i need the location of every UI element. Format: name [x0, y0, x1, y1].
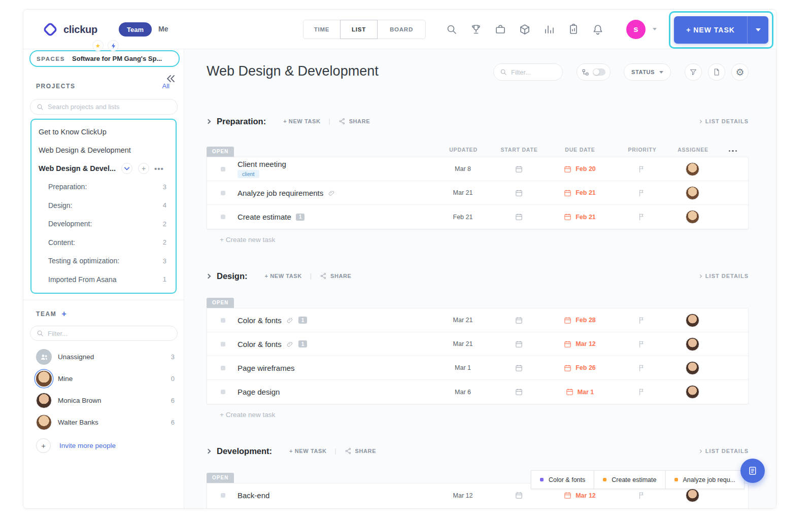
- team-member-row[interactable]: Unassigned 3: [23, 346, 184, 368]
- status-group-open[interactable]: OPEN: [207, 147, 234, 157]
- subtasks-toggle[interactable]: [577, 63, 611, 81]
- chevron-right-icon[interactable]: [206, 119, 211, 124]
- status-checkbox[interactable]: [221, 366, 225, 370]
- priority-flag-icon[interactable]: [637, 189, 646, 197]
- assignee-avatar[interactable]: [686, 337, 699, 351]
- expand-project-button[interactable]: [121, 163, 132, 174]
- minimized-task[interactable]: Create estimate: [594, 470, 665, 489]
- assignee-avatar[interactable]: [686, 361, 699, 375]
- status-checkbox[interactable]: [221, 390, 225, 394]
- search-icon[interactable]: [446, 23, 458, 36]
- team-member-row[interactable]: Mine 0: [23, 368, 184, 390]
- chevron-right-icon[interactable]: [206, 448, 211, 454]
- due-date-icon[interactable]: [563, 491, 572, 500]
- briefcase-icon[interactable]: [494, 23, 506, 36]
- project-search[interactable]: [30, 99, 178, 115]
- due-date-icon[interactable]: [563, 316, 572, 325]
- trophy-icon[interactable]: [470, 23, 482, 36]
- project-more-icon[interactable]: •••: [154, 164, 164, 173]
- projects-all-link[interactable]: All: [162, 82, 170, 90]
- section-title[interactable]: Development:: [217, 446, 272, 456]
- team-toggle-button[interactable]: Team: [119, 22, 152, 37]
- sidebar-project-web-design-selected[interactable]: Web Design & Devel... + •••: [31, 159, 176, 178]
- list-details-button[interactable]: LIST DETAILS: [699, 448, 749, 454]
- task-filter-input[interactable]: [511, 68, 556, 76]
- notepad-fab-button[interactable]: [740, 459, 765, 483]
- start-date-icon[interactable]: [515, 388, 523, 396]
- due-date[interactable]: Feb 21: [576, 189, 596, 196]
- me-toggle-button[interactable]: Me: [158, 25, 168, 33]
- task-row[interactable]: Page wireframes Mar 1 Feb 26: [207, 356, 748, 380]
- sidebar-list-item[interactable]: Content: 2: [31, 233, 176, 252]
- bell-icon[interactable]: [592, 23, 604, 36]
- assignee-avatar[interactable]: [686, 210, 699, 224]
- project-search-input[interactable]: [48, 103, 171, 111]
- section-share-button[interactable]: SHARE: [339, 118, 370, 125]
- status-checkbox[interactable]: [221, 342, 225, 346]
- section-new-task-button[interactable]: + NEW TASK: [289, 448, 326, 454]
- section-share-button[interactable]: SHARE: [320, 272, 352, 280]
- due-date-icon[interactable]: [563, 189, 572, 197]
- spaces-selector[interactable]: SPACES Software for PM Gang's Sp...: [29, 50, 180, 67]
- priority-flag-icon[interactable]: [637, 165, 646, 173]
- team-member-row[interactable]: Monica Brown 6: [23, 390, 184, 411]
- task-row[interactable]: Create estimate 1 Feb 21 Feb 21: [207, 205, 748, 229]
- task-row[interactable]: Analyze job requirements Mar 21 Feb 21: [207, 181, 748, 205]
- task-row[interactable]: Color & fonts 1 Mar 21 Feb 28: [207, 308, 748, 332]
- status-checkbox[interactable]: [221, 191, 225, 195]
- start-date-icon[interactable]: [515, 213, 523, 221]
- section-title[interactable]: Preparation:: [217, 117, 266, 126]
- attachment-icon[interactable]: [328, 189, 335, 197]
- task-name[interactable]: Color & fonts: [238, 316, 282, 325]
- toggle-switch[interactable]: [593, 68, 605, 76]
- settings-button[interactable]: ⚙: [731, 63, 749, 81]
- priority-flag-icon[interactable]: [637, 213, 646, 221]
- add-list-button[interactable]: +: [138, 163, 149, 174]
- due-date[interactable]: Feb 28: [576, 317, 596, 324]
- due-date[interactable]: Mar 12: [576, 492, 596, 499]
- section-new-task-button[interactable]: + NEW TASK: [265, 273, 302, 279]
- due-date-icon[interactable]: [563, 165, 572, 173]
- due-date-icon[interactable]: [563, 340, 572, 349]
- report-icon[interactable]: [567, 23, 580, 36]
- task-name[interactable]: Color & fonts: [238, 340, 282, 349]
- box-icon[interactable]: [519, 23, 531, 36]
- sidebar-list-item[interactable]: Imported From Asana 1: [31, 270, 176, 289]
- priority-flag-icon[interactable]: [637, 340, 646, 349]
- start-date-icon[interactable]: [515, 165, 523, 173]
- chevron-right-icon[interactable]: [206, 273, 211, 279]
- assignee-avatar[interactable]: [686, 186, 699, 200]
- filter-button[interactable]: [685, 63, 702, 81]
- status-dropdown[interactable]: STATUS: [624, 63, 671, 81]
- list-details-button[interactable]: LIST DETAILS: [699, 118, 749, 124]
- new-task-dropdown[interactable]: [747, 16, 768, 44]
- task-row[interactable]: Color & fonts 1 Mar 21 Mar 12: [207, 332, 748, 356]
- tab-time[interactable]: TIME: [303, 20, 341, 39]
- priority-flag-icon[interactable]: [637, 316, 646, 325]
- task-row[interactable]: Page design Mar 6 Mar 1: [207, 380, 748, 404]
- start-date-icon[interactable]: [515, 340, 523, 349]
- task-name[interactable]: Create estimate: [238, 213, 291, 221]
- add-team-member-button[interactable]: +: [61, 309, 66, 319]
- list-details-button[interactable]: LIST DETAILS: [699, 273, 749, 279]
- due-date[interactable]: Feb 20: [576, 165, 596, 172]
- section-title[interactable]: Design:: [217, 271, 248, 281]
- collapse-sidebar-icon[interactable]: [165, 74, 176, 83]
- invite-people-button[interactable]: + Invite more people: [36, 438, 184, 453]
- avatar-caret-icon[interactable]: [653, 28, 657, 30]
- minimized-task[interactable]: Color & fonts: [531, 470, 594, 489]
- start-date-icon[interactable]: [515, 316, 523, 325]
- sidebar-list-item[interactable]: Preparation: 3: [31, 178, 176, 196]
- team-filter[interactable]: [30, 326, 178, 341]
- create-new-task-button[interactable]: + Create new task: [207, 411, 749, 419]
- more-icon[interactable]: [717, 150, 749, 157]
- assignee-avatar[interactable]: [686, 314, 699, 327]
- start-date-icon[interactable]: [515, 491, 523, 500]
- status-checkbox[interactable]: [221, 215, 225, 219]
- due-date[interactable]: Feb 21: [576, 214, 596, 221]
- attachment-icon[interactable]: [286, 317, 294, 324]
- attachment-icon[interactable]: [286, 340, 294, 348]
- clickup-logo[interactable]: clickup: [42, 21, 97, 38]
- task-name[interactable]: Back-end: [238, 491, 269, 500]
- sidebar-list-item[interactable]: Development: 2: [31, 215, 176, 233]
